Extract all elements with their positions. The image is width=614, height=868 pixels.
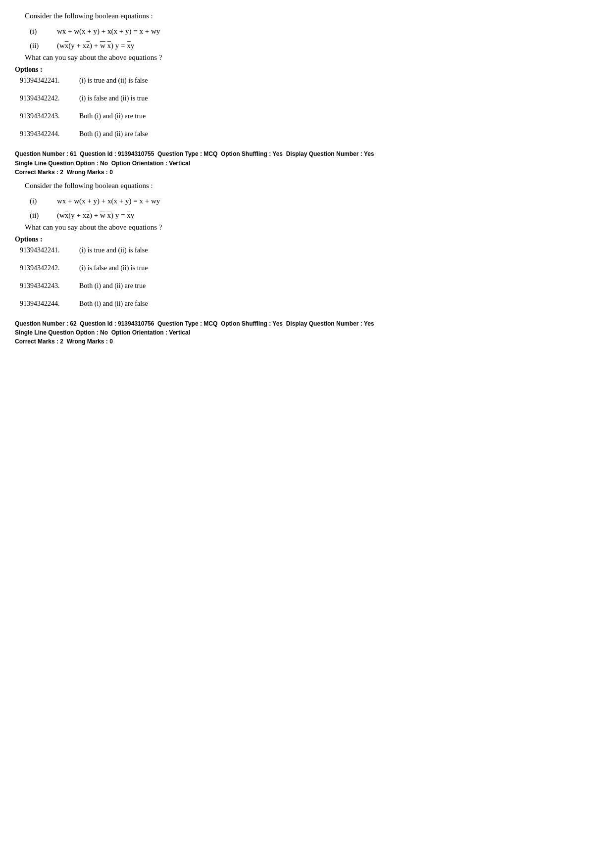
option-row-2-3: 91394342243. Both (i) and (ii) are true bbox=[20, 281, 599, 290]
eq-label-2b: (ii) bbox=[30, 209, 57, 222]
eq-label-1b: (ii) bbox=[30, 39, 57, 52]
option-text-1-1: (i) is true and (ii) is false bbox=[79, 76, 148, 85]
what-line-1: What can you say about the above equatio… bbox=[25, 53, 599, 62]
meta-line-3: Question Number : 62 Question Id : 91394… bbox=[15, 320, 599, 328]
marks-line-2: Correct Marks : 2 Wrong Marks : 0 bbox=[15, 169, 599, 176]
option-id-1-4: 91394342244. bbox=[20, 129, 79, 138]
option-row-1-2: 91394342242. (i) is false and (ii) is tr… bbox=[20, 94, 599, 102]
meta-line-2: Question Number : 61 Question Id : 91394… bbox=[15, 150, 599, 158]
option-text-1-2: (i) is false and (ii) is true bbox=[79, 94, 148, 102]
option-text-1-3: Both (i) and (ii) are true bbox=[79, 111, 146, 120]
option-id-1-1: 91394342241. bbox=[20, 76, 79, 85]
question-block-1: Consider the following boolean equations… bbox=[15, 10, 599, 138]
equation-row-2a: (i) wx + w(x + y) + x(x + y) = x + wy bbox=[30, 194, 599, 208]
meta-line-3b: Single Line Question Option : No Option … bbox=[15, 329, 599, 337]
eq-content-2b: (wx(y + xz) + w x) y = xy bbox=[57, 209, 134, 222]
options-label-1: Options : bbox=[15, 66, 599, 74]
eq-content-1b: (wx(y + xz) + w x) y = xy bbox=[57, 39, 134, 52]
option-id-2-1: 91394342241. bbox=[20, 245, 79, 254]
option-row-1-1: 91394342241. (i) is true and (ii) is fal… bbox=[20, 76, 599, 85]
eq-content-2a: wx + w(x + y) + x(x + y) = x + wy bbox=[57, 194, 160, 208]
marks-line-3: Correct Marks : 2 Wrong Marks : 0 bbox=[15, 338, 599, 345]
question-block-2: Question Number : 61 Question Id : 91394… bbox=[15, 150, 599, 308]
option-id-2-3: 91394342243. bbox=[20, 281, 79, 290]
options-label-2: Options : bbox=[15, 236, 599, 243]
option-id-1-2: 91394342242. bbox=[20, 94, 79, 102]
option-text-1-4: Both (i) and (ii) are false bbox=[79, 129, 148, 138]
option-id-2-2: 91394342242. bbox=[20, 263, 79, 272]
eq-label-1a: (i) bbox=[30, 25, 57, 38]
equation-row-2b: (ii) (wx(y + xz) + w x) y = xy bbox=[30, 209, 599, 222]
eq-label-2a: (i) bbox=[30, 194, 57, 208]
option-row-1-4: 91394342244. Both (i) and (ii) are false bbox=[20, 129, 599, 138]
equation-row-1a: (i) wx + w(x + y) + x(x + y) = x + wy bbox=[30, 25, 599, 38]
what-line-2: What can you say about the above equatio… bbox=[25, 223, 599, 232]
option-id-1-3: 91394342243. bbox=[20, 111, 79, 120]
option-row-2-2: 91394342242. (i) is false and (ii) is tr… bbox=[20, 263, 599, 272]
option-text-2-4: Both (i) and (ii) are false bbox=[79, 299, 148, 308]
option-text-2-2: (i) is false and (ii) is true bbox=[79, 263, 148, 272]
option-row-2-1: 91394342241. (i) is true and (ii) is fal… bbox=[20, 245, 599, 254]
meta-line-2b: Single Line Question Option : No Option … bbox=[15, 159, 599, 168]
equation-row-1b: (ii) (wx(y + xz) + w x) y = xy bbox=[30, 39, 599, 52]
question-intro-1: Consider the following boolean equations… bbox=[25, 10, 599, 22]
option-row-1-3: 91394342243. Both (i) and (ii) are true bbox=[20, 111, 599, 120]
option-row-2-4: 91394342244. Both (i) and (ii) are false bbox=[20, 299, 599, 308]
question-block-3: Question Number : 62 Question Id : 91394… bbox=[15, 320, 599, 345]
question-intro-2: Consider the following boolean equations… bbox=[25, 180, 599, 192]
option-text-2-1: (i) is true and (ii) is false bbox=[79, 245, 148, 254]
option-id-2-4: 91394342244. bbox=[20, 299, 79, 308]
option-text-2-3: Both (i) and (ii) are true bbox=[79, 281, 146, 290]
eq-content-1a: wx + w(x + y) + x(x + y) = x + wy bbox=[57, 25, 160, 38]
